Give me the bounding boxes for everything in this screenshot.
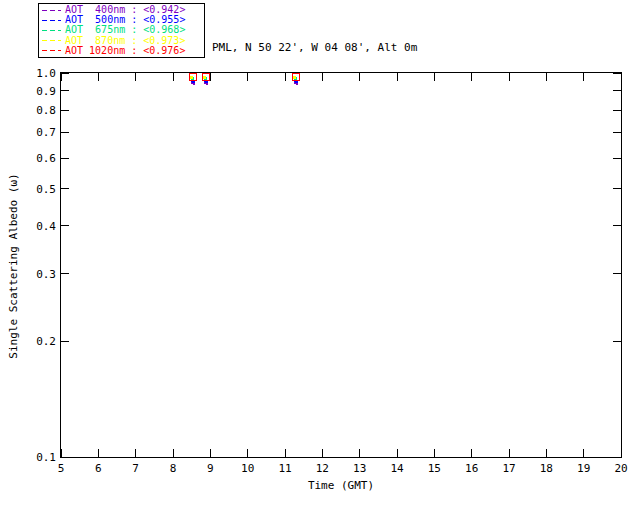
x-tick-major xyxy=(397,449,398,457)
y-axis-title: Single Scattering Albedo (ω) xyxy=(7,116,21,416)
y-tick-major xyxy=(613,73,621,74)
legend-line-sample xyxy=(42,10,61,11)
y-tick-label: 0.7 xyxy=(26,126,56,139)
legend-label: AOT 1020nm : <0.976> xyxy=(65,46,185,56)
legend-line-sample xyxy=(42,40,61,41)
y-tick-major xyxy=(613,188,621,189)
y-tick-label: 0.3 xyxy=(26,268,56,281)
y-tick-major xyxy=(613,90,621,91)
y-tick-major xyxy=(61,457,69,458)
y-tick-major xyxy=(61,90,69,91)
x-tick-major xyxy=(471,449,472,457)
x-tick-major xyxy=(98,449,99,457)
x-tick-label: 11 xyxy=(273,462,297,475)
x-tick-major xyxy=(322,449,323,457)
x-tick-major xyxy=(583,73,584,81)
x-tick-major xyxy=(359,73,360,81)
x-tick-major xyxy=(98,73,99,81)
y-tick-major xyxy=(61,73,69,74)
data-point-1020nm xyxy=(292,73,300,81)
x-tick-label: 16 xyxy=(460,462,484,475)
x-tick-label: 6 xyxy=(86,462,110,475)
y-tick-label: 0.6 xyxy=(26,152,56,165)
y-tick-major xyxy=(61,132,69,133)
y-tick-major xyxy=(613,341,621,342)
x-axis-title: Time (GMT) xyxy=(60,479,622,492)
x-tick-major xyxy=(434,73,435,81)
y-tick-major xyxy=(61,225,69,226)
data-point-400nm xyxy=(206,83,208,85)
y-tick-major xyxy=(61,341,69,342)
y-tick-label: 0.4 xyxy=(26,220,56,233)
legend-line-sample xyxy=(42,30,61,31)
x-tick-major xyxy=(359,449,360,457)
chart-title: PML, N 50 22', W 04 08', Alt 0m xyxy=(212,39,417,56)
x-tick-major xyxy=(247,449,248,457)
data-point-500nm xyxy=(206,81,208,83)
x-tick-label: 14 xyxy=(385,462,409,475)
x-tick-label: 19 xyxy=(572,462,596,475)
x-tick-major xyxy=(135,449,136,457)
x-tick-label: 12 xyxy=(310,462,334,475)
x-tick-label: 15 xyxy=(422,462,446,475)
x-tick-major xyxy=(471,73,472,81)
x-tick-label: 9 xyxy=(198,462,222,475)
x-tick-major xyxy=(434,449,435,457)
y-tick-major xyxy=(613,132,621,133)
x-tick-major xyxy=(285,449,286,457)
y-tick-label: 0.8 xyxy=(26,104,56,117)
y-tick-major xyxy=(61,273,69,274)
plot-area xyxy=(60,72,622,458)
x-tick-label: 8 xyxy=(161,462,185,475)
y-tick-label: 0.5 xyxy=(26,183,56,196)
chart-canvas: AOT 400nm : <0.942>AOT 500nm : <0.955>AO… xyxy=(0,0,640,512)
x-tick-label: 18 xyxy=(534,462,558,475)
x-tick-label: 17 xyxy=(497,462,521,475)
y-tick-major xyxy=(613,225,621,226)
x-tick-major xyxy=(509,73,510,81)
x-tick-major xyxy=(397,73,398,81)
y-tick-label: 0.2 xyxy=(26,335,56,348)
y-tick-major xyxy=(613,457,621,458)
x-tick-label: 20 xyxy=(609,462,633,475)
data-point-400nm xyxy=(193,83,195,85)
data-point-500nm xyxy=(193,81,195,83)
x-tick-major xyxy=(210,449,211,457)
data-point-400nm xyxy=(296,83,298,85)
x-tick-major xyxy=(173,73,174,81)
x-tick-major xyxy=(173,449,174,457)
x-tick-major xyxy=(285,73,286,81)
legend-row: AOT 1020nm : <0.976> xyxy=(42,46,201,56)
data-point-1020nm xyxy=(202,73,210,81)
y-tick-major xyxy=(613,273,621,274)
legend-line-sample xyxy=(42,50,61,51)
x-tick-major xyxy=(621,73,622,81)
x-tick-label: 7 xyxy=(124,462,148,475)
legend-line-sample xyxy=(42,20,61,21)
x-tick-major xyxy=(210,73,211,81)
y-tick-label: 1.0 xyxy=(26,67,56,80)
x-tick-major xyxy=(247,73,248,81)
y-tick-major xyxy=(613,110,621,111)
y-tick-label: 0.9 xyxy=(26,85,56,98)
y-tick-major xyxy=(61,158,69,159)
y-tick-major xyxy=(61,188,69,189)
x-tick-major xyxy=(509,449,510,457)
data-point-1020nm xyxy=(189,73,197,81)
x-tick-major xyxy=(546,73,547,81)
x-tick-label: 13 xyxy=(348,462,372,475)
x-tick-major xyxy=(135,73,136,81)
x-tick-major xyxy=(583,449,584,457)
x-tick-major xyxy=(61,73,62,81)
x-tick-label: 10 xyxy=(236,462,260,475)
y-tick-major xyxy=(61,110,69,111)
legend-label: AOT 675nm : <0.968> xyxy=(65,25,185,35)
data-point-500nm xyxy=(296,81,298,83)
legend-row: AOT 675nm : <0.968> xyxy=(42,25,201,35)
y-tick-label: 0.1 xyxy=(26,451,56,464)
x-tick-major xyxy=(546,449,547,457)
x-tick-major xyxy=(322,73,323,81)
y-tick-major xyxy=(613,158,621,159)
legend-box: AOT 400nm : <0.942>AOT 500nm : <0.955>AO… xyxy=(38,3,205,58)
